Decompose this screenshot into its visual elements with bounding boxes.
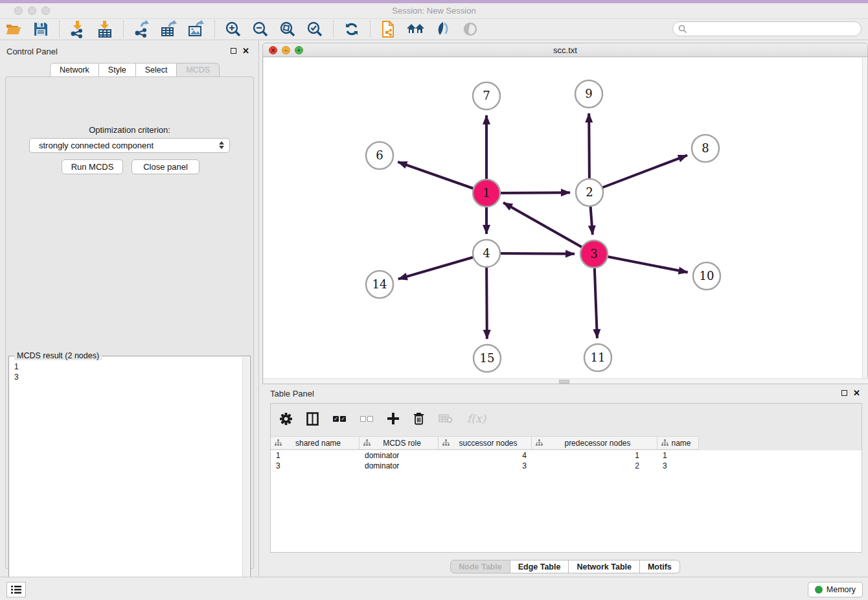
minimize-window-button[interactable]	[28, 6, 36, 15]
dropdown-stepper-icon	[219, 141, 224, 149]
svg-text:9: 9	[585, 87, 592, 100]
export-network-icon[interactable]	[132, 20, 152, 38]
add-column-icon[interactable]	[387, 413, 399, 424]
cell-shared-name[interactable]: 1	[271, 450, 360, 461]
column-header-MCDS-role[interactable]: MCDS role	[360, 437, 439, 449]
tab-select[interactable]: Select	[136, 63, 177, 77]
network-window: ✕ − + scc.txt 1234678910111415	[262, 43, 868, 384]
column-header-predecessor-nodes[interactable]: predecessor nodes	[532, 437, 657, 449]
refresh-icon[interactable]	[342, 20, 361, 38]
mcds-result-text[interactable]: 1 3	[14, 362, 19, 382]
graph-node-4[interactable]: 4	[473, 240, 500, 267]
tab-network[interactable]: Network	[50, 63, 99, 77]
svg-text:4: 4	[483, 246, 490, 260]
open-folder-icon[interactable]	[4, 20, 23, 38]
eye-icon[interactable]	[461, 20, 480, 38]
network-window-titlebar[interactable]: ✕ − + scc.txt	[263, 43, 867, 57]
zoom-in-icon[interactable]	[223, 20, 243, 38]
zoom-fit-icon[interactable]	[278, 20, 297, 38]
graph-node-8[interactable]: 8	[692, 135, 719, 162]
cell-predecessor-nodes[interactable]: 1	[532, 450, 657, 461]
optimization-criterion-select[interactable]: strongly connected component	[29, 138, 230, 153]
tab-node-table[interactable]: Node Table	[450, 560, 510, 573]
select-all-columns-icon[interactable]: ✓✓	[333, 416, 346, 422]
style-brush-icon[interactable]	[433, 20, 453, 38]
graph-node-9[interactable]: 9	[575, 80, 602, 108]
graph-node-11[interactable]: 11	[584, 344, 611, 371]
run-mcds-button[interactable]: Run MCDS	[62, 159, 123, 174]
task-history-button[interactable]	[6, 582, 26, 597]
network-canvas[interactable]: 1234678910111415	[264, 58, 863, 380]
column-header-name[interactable]: name	[657, 437, 699, 449]
new-network-from-selection-icon[interactable]	[379, 20, 398, 38]
close-view-icon[interactable]: ✕	[269, 46, 277, 54]
close-panel-button[interactable]: Close panel	[131, 159, 200, 174]
tab-edge-table[interactable]: Edge Table	[510, 560, 569, 573]
network-hscroll-thumb[interactable]	[559, 380, 569, 384]
cell-name[interactable]: 3	[657, 461, 699, 471]
column-header-shared-name[interactable]: shared name	[271, 437, 360, 449]
graph-node-2[interactable]: 2	[576, 179, 603, 206]
graph-node-14[interactable]: 14	[366, 271, 393, 298]
close-panel-icon[interactable]: ✕	[242, 47, 249, 54]
float-table-panel-icon[interactable]	[841, 390, 847, 396]
graph-edge-2-8[interactable]	[589, 156, 687, 192]
float-panel-icon[interactable]	[231, 48, 236, 54]
cell-predecessor-nodes[interactable]: 2	[532, 461, 657, 471]
function-builder-icon: f(x)	[467, 412, 486, 425]
table-header: shared nameMCDS rolesuccessor nodesprede…	[271, 436, 699, 450]
search-icon	[678, 25, 687, 34]
unselect-all-columns-icon[interactable]	[360, 416, 373, 422]
delete-column-icon[interactable]	[413, 412, 424, 425]
control-panel-tabs: NetworkStyleSelectMCDS	[50, 63, 220, 77]
close-table-panel-icon[interactable]: ✕	[853, 389, 860, 397]
close-window-button[interactable]	[14, 6, 23, 15]
export-image-icon[interactable]	[187, 20, 206, 38]
minimize-view-icon[interactable]: −	[282, 46, 290, 54]
tab-style[interactable]: Style	[99, 63, 136, 77]
import-table-icon[interactable]	[95, 20, 115, 38]
table-row[interactable]: 3dominator323	[271, 461, 862, 471]
app-title: Session: New Session	[0, 3, 868, 19]
show-column-panel-icon[interactable]	[306, 412, 319, 426]
search-input[interactable]	[672, 21, 862, 36]
toolbar-separator	[123, 21, 124, 38]
cell-MCDS-role[interactable]: dominator	[360, 461, 439, 471]
delete-table-icon	[439, 413, 453, 424]
zoom-selected-icon[interactable]	[305, 20, 325, 38]
tab-mcds[interactable]: MCDS	[177, 63, 220, 77]
table-row[interactable]: 1dominator411	[271, 450, 862, 461]
graph-node-1[interactable]: 1	[473, 179, 500, 207]
maximize-view-icon[interactable]: +	[295, 46, 303, 54]
export-table-icon[interactable]	[159, 20, 179, 38]
cell-name[interactable]: 1	[657, 450, 699, 461]
save-icon[interactable]	[31, 20, 51, 38]
network-vscrollbar[interactable]	[862, 58, 867, 380]
graph-node-3[interactable]: 3	[580, 240, 608, 268]
tab-network-table[interactable]: Network Table	[569, 560, 640, 573]
network-hscrollbar[interactable]	[264, 378, 868, 384]
houses-icon[interactable]	[406, 20, 426, 38]
mcds-panel: Optimization criterion: strongly connect…	[5, 76, 254, 569]
table-panel: Table Panel ✕ ✓✓	[262, 384, 868, 577]
zoom-window-button[interactable]	[41, 6, 50, 15]
graph-node-7[interactable]: 7	[473, 82, 500, 110]
graph-node-6[interactable]: 6	[366, 142, 393, 169]
column-header-successor-nodes[interactable]: successor nodes	[439, 437, 532, 449]
cell-successor-nodes[interactable]: 4	[439, 450, 532, 461]
result-scrollbar[interactable]	[242, 357, 249, 598]
cell-MCDS-role[interactable]: dominator	[360, 450, 439, 461]
graph-node-10[interactable]: 10	[693, 262, 720, 290]
tab-motifs[interactable]: Motifs	[640, 560, 680, 573]
cell-shared-name[interactable]: 3	[271, 461, 360, 471]
svg-text:8: 8	[702, 141, 709, 155]
list-icon	[11, 585, 21, 594]
import-network-icon[interactable]	[68, 20, 87, 38]
gear-icon[interactable]	[280, 413, 292, 425]
graph-edge-3-1[interactable]	[503, 203, 594, 254]
graph-node-15[interactable]: 15	[474, 345, 501, 372]
zoom-out-icon[interactable]	[251, 20, 270, 38]
table-tabs: Node TableEdge TableNetwork TableMotifs	[262, 560, 868, 573]
cell-successor-nodes[interactable]: 3	[439, 461, 532, 471]
memory-button[interactable]: Memory	[808, 582, 863, 597]
